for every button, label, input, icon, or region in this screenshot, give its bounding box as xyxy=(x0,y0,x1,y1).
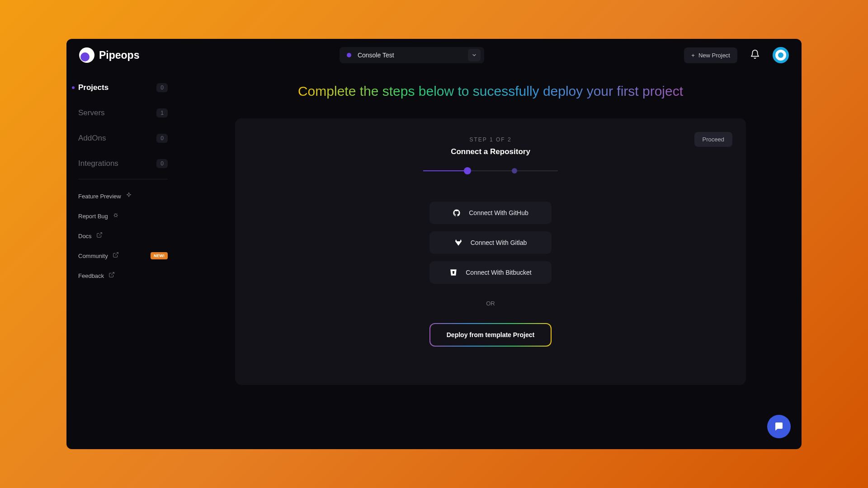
connect-label: Connect With Gitlab xyxy=(471,239,527,246)
plus-icon: + xyxy=(691,52,695,59)
sidebar-item-projects[interactable]: Projects 0 xyxy=(75,78,170,98)
count-badge: 1 xyxy=(156,108,168,117)
divider xyxy=(78,179,168,179)
count-badge: 0 xyxy=(156,83,168,92)
new-project-button[interactable]: + New Project xyxy=(684,47,737,63)
github-icon xyxy=(453,209,461,217)
sparkle-icon xyxy=(126,192,132,200)
link-label: Feature Preview xyxy=(78,193,121,200)
console-label: Console Test xyxy=(358,52,477,59)
progress-line xyxy=(517,170,558,171)
user-avatar[interactable] xyxy=(773,47,789,63)
progress-line xyxy=(423,170,464,171)
app-window: Pipeops Console Test + New Project Proje… xyxy=(66,39,802,449)
logo[interactable]: Pipeops xyxy=(79,47,139,63)
header: Pipeops Console Test + New Project xyxy=(66,39,802,71)
sidebar-link-community[interactable]: Community NEW! xyxy=(75,248,170,263)
sidebar-item-label: Projects xyxy=(78,83,156,92)
bell-icon xyxy=(750,49,760,59)
connect-bitbucket-button[interactable]: Connect With Bitbucket xyxy=(429,261,552,284)
hero-heading: Complete the steps below to sucessfully … xyxy=(298,80,683,102)
count-badge: 0 xyxy=(156,134,168,143)
connect-gitlab-button[interactable]: Connect With Gitlab xyxy=(429,231,552,254)
link-label: Feedback xyxy=(78,272,104,279)
svg-rect-0 xyxy=(114,214,117,217)
link-label: Docs xyxy=(78,233,92,239)
step-title: Connect a Repository xyxy=(253,147,728,156)
new-project-label: New Project xyxy=(698,52,730,59)
connect-buttons: Connect With GitHub Connect With Gitlab … xyxy=(253,202,728,284)
notifications-button[interactable] xyxy=(750,49,760,61)
console-selector[interactable]: Console Test xyxy=(340,47,484,63)
sidebar-link-report-bug[interactable]: Report Bug xyxy=(75,208,170,224)
gitlab-icon xyxy=(454,239,462,247)
sidebar-item-addons[interactable]: AddOns 0 xyxy=(75,128,170,148)
link-label: Report Bug xyxy=(78,213,108,220)
connect-label: Connect With Bitbucket xyxy=(466,269,532,276)
avatar-icon xyxy=(775,50,786,61)
sidebar-item-servers[interactable]: Servers 1 xyxy=(75,103,170,123)
step-counter: STEP 1 OF 2 xyxy=(253,136,728,143)
progress-line xyxy=(471,170,512,171)
count-badge: 0 xyxy=(156,159,168,168)
new-badge: NEW! xyxy=(151,252,168,259)
deploy-template-button[interactable]: Deploy from template Project xyxy=(429,323,552,347)
proceed-button[interactable]: Proceed xyxy=(694,132,732,147)
sidebar-item-label: AddOns xyxy=(78,134,156,143)
connect-github-button[interactable]: Connect With GitHub xyxy=(429,202,552,224)
chevron-down-icon xyxy=(468,49,481,61)
external-link-icon xyxy=(108,272,115,280)
sidebar-link-feedback[interactable]: Feedback xyxy=(75,268,170,283)
brand-name: Pipeops xyxy=(99,49,139,61)
chat-widget-button[interactable] xyxy=(767,415,791,438)
link-label: Community xyxy=(78,253,108,259)
bitbucket-icon xyxy=(449,268,458,277)
progress-step-2 xyxy=(512,168,517,174)
connect-label: Connect With GitHub xyxy=(469,209,528,216)
sidebar: Projects 0 Servers 1 AddOns 0 Integratio… xyxy=(66,71,179,449)
progress-indicator xyxy=(253,167,728,174)
sidebar-item-label: Integrations xyxy=(78,159,156,168)
status-dot-icon xyxy=(347,53,351,57)
bug-icon xyxy=(113,212,119,220)
sidebar-link-docs[interactable]: Docs xyxy=(75,228,170,244)
or-separator: OR xyxy=(253,300,728,307)
sidebar-item-integrations[interactable]: Integrations 0 xyxy=(75,154,170,174)
external-link-icon xyxy=(113,252,119,260)
progress-step-1 xyxy=(464,167,471,174)
sidebar-item-label: Servers xyxy=(78,108,156,117)
external-link-icon xyxy=(96,232,103,240)
chat-icon xyxy=(774,421,784,432)
main-content: Complete the steps below to sucessfully … xyxy=(179,71,802,449)
body: Projects 0 Servers 1 AddOns 0 Integratio… xyxy=(66,71,802,449)
rocket-icon xyxy=(79,47,94,63)
onboarding-card: Proceed STEP 1 OF 2 Connect a Repository… xyxy=(235,118,746,385)
sidebar-link-feature-preview[interactable]: Feature Preview xyxy=(75,188,170,204)
